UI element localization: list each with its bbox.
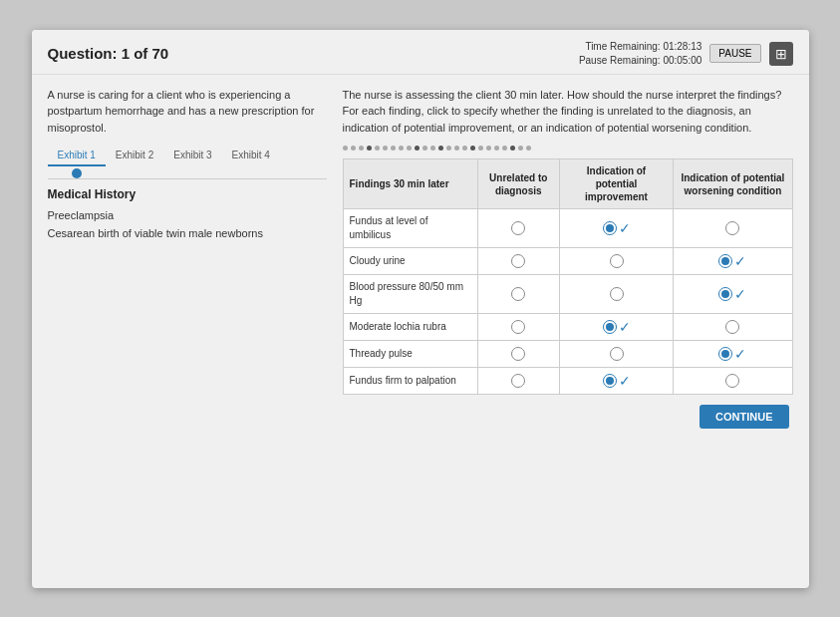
radio-improvement-btn-2[interactable] [610, 287, 624, 301]
check-worsening-2: ✓ [734, 286, 746, 302]
dot [462, 146, 467, 151]
radio-unrelated-btn-3[interactable] [511, 320, 525, 334]
radio-unrelated-3[interactable] [477, 314, 559, 341]
dot [518, 146, 523, 151]
section-title: Medical History [48, 187, 327, 201]
radio-unrelated-4[interactable] [477, 341, 559, 368]
dot [470, 146, 475, 151]
check-improvement-5: ✓ [619, 373, 631, 389]
radio-worsening-btn-0[interactable] [725, 221, 739, 235]
radio-improvement-5[interactable]: ✓ [559, 368, 674, 395]
top-bar: Question: 1 of 70 Time Remaining: 01:28:… [32, 30, 809, 75]
dot [367, 146, 372, 151]
dot [399, 146, 404, 151]
radio-worsening-btn-3[interactable] [725, 320, 739, 334]
dot [454, 146, 459, 151]
radio-worsening-5[interactable] [674, 368, 792, 395]
table-header-row: Findings 30 min later Unrelated to diagn… [343, 159, 792, 209]
finding-label-3: Moderate lochia rubra [343, 314, 477, 341]
radio-unrelated-btn-1[interactable] [511, 254, 525, 268]
dot [430, 146, 435, 151]
time-remaining-label: Time Remaining: [585, 41, 660, 52]
table-row: Fundus firm to palpation✓ [343, 368, 792, 395]
col-header-worsening: Indication of potential worsening condit… [674, 159, 792, 209]
dot-divider [343, 146, 793, 151]
pause-remaining-value: 00:05:00 [663, 55, 701, 66]
radio-improvement-1[interactable] [559, 248, 674, 275]
dot [446, 146, 451, 151]
radio-improvement-2[interactable] [559, 275, 674, 314]
dot [526, 146, 531, 151]
radio-improvement-4[interactable] [559, 341, 674, 368]
radio-improvement-btn-0[interactable] [603, 221, 617, 235]
findings-table: Findings 30 min later Unrelated to diagn… [343, 158, 793, 395]
radio-unrelated-2[interactable] [477, 275, 559, 314]
radio-worsening-4[interactable]: ✓ [674, 341, 792, 368]
pause-remaining-label: Pause Remaining: [579, 55, 661, 66]
finding-label-4: Thready pulse [343, 341, 477, 368]
tab-exhibit3[interactable]: Exhibit 3 [163, 146, 221, 166]
instruction-text: The nurse is assessing the client 30 min… [343, 87, 793, 137]
calculator-icon[interactable]: ⊞ [769, 42, 793, 66]
radio-improvement-btn-1[interactable] [610, 254, 624, 268]
radio-unrelated-btn-4[interactable] [511, 347, 525, 361]
timer-area: Time Remaining: 01:28:13 Pause Remaining… [579, 40, 793, 68]
continue-button[interactable]: CONTINUE [700, 405, 788, 429]
dot [415, 146, 420, 151]
radio-worsening-2[interactable]: ✓ [674, 275, 792, 314]
table-row: Thready pulse✓ [343, 341, 792, 368]
tab-exhibit1[interactable]: Exhibit 1 [48, 146, 106, 166]
radio-worsening-btn-5[interactable] [725, 374, 739, 388]
check-worsening-1: ✓ [734, 253, 746, 269]
check-improvement-3: ✓ [619, 319, 631, 335]
table-row: Cloudy urine✓ [343, 248, 792, 275]
radio-worsening-btn-1[interactable] [718, 254, 732, 268]
content-area: A nurse is caring for a client who is ex… [32, 75, 809, 442]
exhibit1-indicator [72, 168, 82, 178]
dot [359, 146, 364, 151]
radio-unrelated-5[interactable] [477, 368, 559, 395]
dot [422, 146, 427, 151]
radio-improvement-3[interactable]: ✓ [559, 314, 674, 341]
pause-button[interactable]: PAUSE [709, 44, 760, 63]
right-panel: The nurse is assessing the client 30 min… [343, 87, 793, 430]
radio-worsening-1[interactable]: ✓ [674, 248, 792, 275]
col-header-improvement: Indication of potential improvement [559, 159, 674, 209]
dot [375, 146, 380, 151]
dot [351, 146, 356, 151]
dot [478, 146, 483, 151]
radio-improvement-btn-5[interactable] [603, 374, 617, 388]
radio-unrelated-btn-2[interactable] [511, 287, 525, 301]
tab-exhibit2[interactable]: Exhibit 2 [106, 146, 163, 166]
radio-worsening-0[interactable] [674, 209, 792, 248]
dot [486, 146, 491, 151]
tab-exhibit4[interactable]: Exhibit 4 [222, 146, 280, 166]
radio-unrelated-btn-0[interactable] [511, 221, 525, 235]
dot [343, 146, 348, 151]
finding-label-1: Cloudy urine [343, 248, 477, 275]
radio-worsening-btn-4[interactable] [718, 347, 732, 361]
scenario-text: A nurse is caring for a client who is ex… [48, 87, 327, 137]
dot [407, 146, 412, 151]
radio-worsening-3[interactable] [674, 314, 792, 341]
dot [391, 146, 396, 151]
table-row: Blood pressure 80/50 mm Hg✓ [343, 275, 792, 314]
radio-unrelated-1[interactable] [477, 248, 559, 275]
dot [438, 146, 443, 151]
timer-text: Time Remaining: 01:28:13 Pause Remaining… [579, 40, 701, 68]
check-worsening-4: ✓ [734, 346, 746, 362]
radio-unrelated-btn-5[interactable] [511, 374, 525, 388]
finding-label-5: Fundus firm to palpation [343, 368, 477, 395]
radio-unrelated-0[interactable] [477, 209, 559, 248]
radio-improvement-btn-3[interactable] [603, 320, 617, 334]
table-row: Fundus at level of umbilicus✓ [343, 209, 792, 248]
radio-improvement-btn-4[interactable] [610, 347, 624, 361]
main-container: Question: 1 of 70 Time Remaining: 01:28:… [32, 30, 809, 588]
dot [510, 146, 515, 151]
question-title: Question: 1 of 70 [48, 45, 169, 62]
time-remaining-value: 01:28:13 [663, 41, 701, 52]
col-header-unrelated: Unrelated to diagnosis [477, 159, 559, 209]
radio-worsening-btn-2[interactable] [718, 287, 732, 301]
radio-improvement-0[interactable]: ✓ [559, 209, 674, 248]
left-panel: A nurse is caring for a client who is ex… [48, 87, 327, 430]
